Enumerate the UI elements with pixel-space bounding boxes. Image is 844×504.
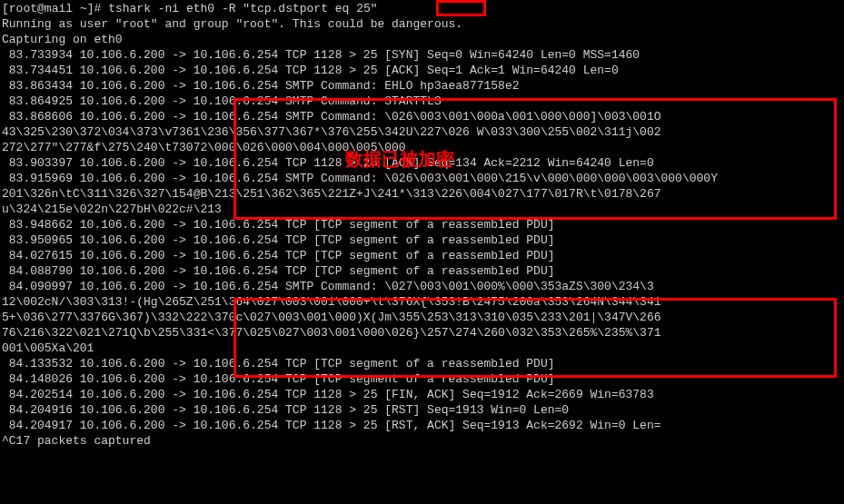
capture-line: Capturing on eth0: [2, 33, 842, 48]
output-line: 84.090997 10.106.6.200 -> 10.106.6.254 S…: [2, 280, 842, 295]
user: root: [9, 2, 37, 15]
output-line: 84.133532 10.106.6.200 -> 10.106.6.254 T…: [2, 357, 842, 372]
output-line: 001\005Xa\201: [2, 341, 842, 357]
output-line: 201\326n\tC\311\326\327\154@B\213\251\36…: [2, 187, 842, 203]
host: mail: [45, 2, 73, 15]
output-line: 83.950965 10.106.6.200 -> 10.106.6.254 T…: [2, 233, 842, 249]
output-line: 83.733934 10.106.6.200 -> 10.106.6.254 T…: [2, 48, 842, 64]
output-line: 84.027615 10.106.6.200 -> 10.106.6.254 T…: [2, 249, 842, 264]
output-line: 84.202514 10.106.6.200 -> 10.106.6.254 T…: [2, 388, 842, 403]
output-line: 84.088790 10.106.6.200 -> 10.106.6.254 T…: [2, 264, 842, 280]
output-line: 83.734451 10.106.6.200 -> 10.106.6.254 T…: [2, 64, 842, 79]
command-prompt[interactable]: [root@mail ~]# tshark -ni eth0 -R "tcp.d…: [2, 2, 842, 17]
output-line: 83.948662 10.106.6.200 -> 10.106.6.254 T…: [2, 218, 842, 233]
output-line: 12\002cN/\303\313!-(Hg\265Z\251\364\027\…: [2, 295, 842, 311]
output-line: ^C17 packets captured: [2, 434, 842, 450]
output-line: 84.148026 10.106.6.200 -> 10.106.6.254 T…: [2, 372, 842, 388]
output-line: 83.915969 10.106.6.200 -> 10.106.6.254 S…: [2, 172, 842, 187]
warning-line: Running as user "root" and group "root".…: [2, 17, 842, 33]
command-text: tshark -ni eth0 -R "tcp.dstport eq 25": [108, 2, 377, 15]
path: ~: [80, 2, 87, 15]
output-line: 76\216\322\021\271Q\b\255\331<\377\025\0…: [2, 326, 842, 341]
annotation-label: 数据已被加密: [345, 147, 454, 171]
output-line: u\324\215e\022n\227bH\022c#\213: [2, 203, 842, 218]
output-line: 83.868606 10.106.6.200 -> 10.106.6.254 S…: [2, 110, 842, 125]
output-line: 83.864925 10.106.6.200 -> 10.106.6.254 S…: [2, 94, 842, 110]
output-line: 5+\036\277\3376G\367)\332\222\370c\027\0…: [2, 311, 842, 326]
output-line: 84.204917 10.106.6.200 -> 10.106.6.254 T…: [2, 419, 842, 434]
output-line: 43\325\230\372\034\373\v7361\236\356\377…: [2, 125, 842, 141]
output-line: 84.204916 10.106.6.200 -> 10.106.6.254 T…: [2, 403, 842, 419]
output-line: 83.863434 10.106.6.200 -> 10.106.6.254 S…: [2, 79, 842, 94]
